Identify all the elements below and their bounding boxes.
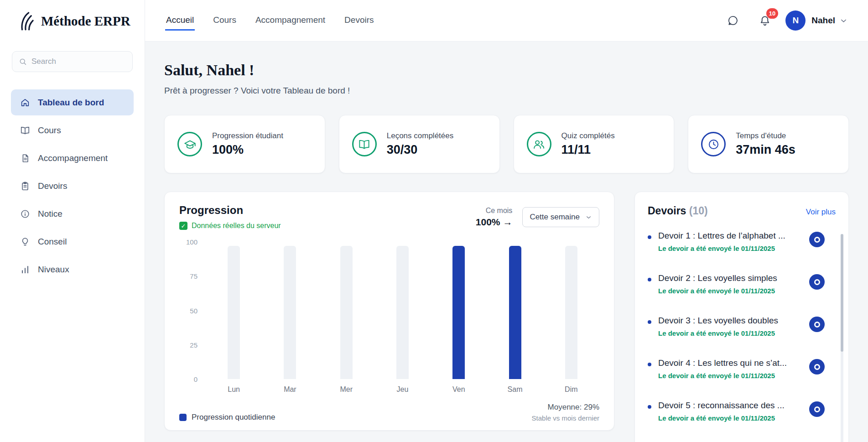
app-root: Méthode ERPR Tableau de bord Cours Accom… <box>0 0 868 442</box>
view-devoir-button[interactable] <box>809 274 825 290</box>
devoir-item: Devoir 4 : Les lettres qui ne s’at... Le… <box>648 358 825 380</box>
period-select-value: Cette semaine <box>530 213 580 222</box>
sidebar-item-accompagnement[interactable]: Accompagnement <box>11 145 134 171</box>
devoirs-header: Devoirs (10) Voir plus <box>648 205 836 217</box>
month-progress: Ce mois 100% → <box>476 207 513 228</box>
sidebar-item-cours[interactable]: Cours <box>11 117 134 143</box>
y-axis-label: 75 <box>190 272 198 280</box>
tab-cours[interactable]: Cours <box>212 10 237 31</box>
y-axis-label: 100 <box>186 238 198 246</box>
sidebar-item-label: Tableau de bord <box>38 98 104 108</box>
bar-chart-icon <box>20 265 30 275</box>
eye-icon <box>814 322 820 328</box>
stat-card-lecons-completees: Leçons complétées 30/30 <box>339 115 500 173</box>
devoir-sent-date: Le devoir a été envoyé le 01/11/2025 <box>658 287 802 295</box>
x-axis-label: Ven <box>452 385 465 394</box>
sidebar-item-tableau-de-bord[interactable]: Tableau de bord <box>11 89 134 115</box>
file-text-icon <box>20 153 30 163</box>
bar-slot: Ven <box>452 242 465 379</box>
bar-slot: Mer <box>340 242 353 379</box>
month-progress-label: Ce mois <box>476 207 513 215</box>
sidebar-item-conseil[interactable]: Conseil <box>11 229 134 255</box>
y-axis-label: 50 <box>190 307 198 314</box>
bar <box>509 246 521 379</box>
user-avatar[interactable]: N <box>785 10 806 31</box>
stat-card-temps-etude: Temps d'étude 37min 46s <box>688 115 849 173</box>
lightbulb-icon <box>20 237 30 247</box>
devoir-sent-date: Le devoir a été envoyé le 01/11/2025 <box>658 329 802 337</box>
app-title: Méthode ERPR <box>41 14 130 29</box>
sidebar-item-devoirs[interactable]: Devoirs <box>11 173 134 199</box>
notifications-button[interactable]: 10 <box>757 13 773 28</box>
sidebar-item-notice[interactable]: Notice <box>11 201 134 227</box>
user-menu-toggle[interactable] <box>839 16 848 25</box>
stats-row: Progression étudiant 100% Leçons complét… <box>164 115 849 173</box>
voir-plus-link[interactable]: Voir plus <box>806 208 836 217</box>
devoir-item: Devoir 1 : Lettres de l’alphabet ... Le … <box>648 231 825 252</box>
clipboard-icon <box>20 181 30 191</box>
sidebar-item-niveaux[interactable]: Niveaux <box>11 256 134 282</box>
chevron-down-icon <box>585 214 592 221</box>
view-devoir-button[interactable] <box>809 401 825 417</box>
view-devoir-button[interactable] <box>809 232 825 247</box>
devoirs-scrollbar[interactable] <box>841 234 843 442</box>
sidebar-item-label: Cours <box>38 125 61 135</box>
chevron-down-icon <box>839 16 848 25</box>
bar <box>452 246 465 379</box>
bullet-icon <box>648 235 651 239</box>
chat-button[interactable] <box>725 13 741 28</box>
graduation-cap-icon <box>177 132 202 156</box>
plot-area: LunMarMerJeuVenSamDim <box>206 242 599 379</box>
home-icon <box>20 98 30 108</box>
scrollbar-thumb[interactable] <box>841 234 843 352</box>
stat-label: Quiz complétés <box>561 131 615 140</box>
stat-value: 30/30 <box>387 143 453 157</box>
eye-icon <box>814 406 820 412</box>
x-axis-label: Dim <box>565 385 577 394</box>
x-axis-label: Sam <box>508 385 523 394</box>
app-logo[interactable]: Méthode ERPR <box>0 0 145 42</box>
server-note-label: Données réelles du serveur <box>192 222 281 230</box>
devoir-title: Devoir 3 : Les voyelles doubles <box>658 316 802 326</box>
tab-accompagnement[interactable]: Accompagnement <box>255 10 326 31</box>
dashboard-row: Progression ✓ Données réelles du serveur… <box>164 192 849 442</box>
devoirs-card: Devoirs (10) Voir plus Devoir 1 : Lettre… <box>634 192 849 442</box>
clock-icon <box>701 132 726 156</box>
bar-slot: Lun <box>228 242 240 379</box>
period-select[interactable]: Cette semaine <box>522 207 599 227</box>
sidebar-item-label: Conseil <box>38 237 67 247</box>
book-open-icon <box>352 132 377 156</box>
eye-icon <box>814 279 820 285</box>
x-axis-label: Lun <box>228 385 240 394</box>
devoir-item: Devoir 2 : Les voyelles simples Le devoi… <box>648 273 825 295</box>
stat-card-quiz-completes: Quiz complétés 11/11 <box>514 115 675 173</box>
devoir-item: Devoir 5 : reconnaissance des ... Le dev… <box>648 400 825 422</box>
devoir-sent-date: Le devoir a été envoyé le 01/11/2025 <box>658 372 802 380</box>
devoir-sent-date: Le devoir a été envoyé le 01/11/2025 <box>658 414 802 422</box>
legend-swatch <box>179 414 187 421</box>
y-axis-label: 0 <box>194 375 198 383</box>
month-progress-value: 100% <box>476 217 500 227</box>
bar-track <box>284 246 296 379</box>
devoir-title: Devoir 2 : Les voyelles simples <box>658 273 802 283</box>
info-circle-icon <box>20 209 30 219</box>
user-name: Nahel <box>811 16 835 26</box>
search-box[interactable] <box>12 51 133 72</box>
search-input[interactable] <box>31 57 126 66</box>
view-devoir-button[interactable] <box>809 359 825 374</box>
bullet-icon <box>648 363 651 366</box>
tab-devoirs[interactable]: Devoirs <box>343 10 374 31</box>
sidebar: Méthode ERPR Tableau de bord Cours Accom… <box>0 0 145 442</box>
topnav-tabs: Accueil Cours Accompagnement Devoirs <box>165 10 375 31</box>
progression-card: Progression ✓ Données réelles du serveur… <box>164 192 614 431</box>
chart-legend: Progression quotidienne <box>179 413 275 422</box>
trend-label: Stable vs mois dernier <box>532 414 599 422</box>
topbar: Accueil Cours Accompagnement Devoirs 10 … <box>145 0 868 42</box>
devoirs-list: Devoir 1 : Lettres de l’alphabet ... Le … <box>648 231 836 422</box>
bar-slot: Dim <box>565 242 577 379</box>
chart-title: Progression <box>179 204 281 217</box>
x-axis-label: Mer <box>340 385 353 394</box>
sidebar-item-label: Devoirs <box>38 181 67 191</box>
view-devoir-button[interactable] <box>809 317 825 332</box>
tab-accueil[interactable]: Accueil <box>165 10 195 31</box>
